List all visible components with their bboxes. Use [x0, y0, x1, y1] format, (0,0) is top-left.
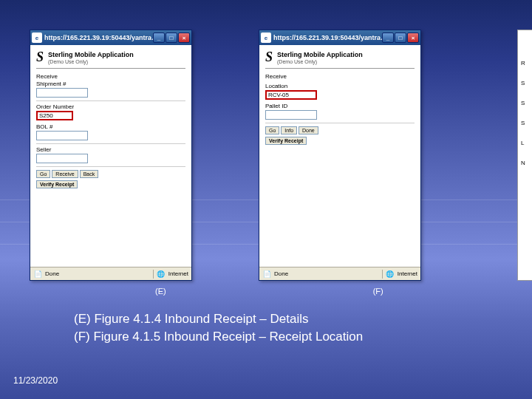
zone-text-f: Internet: [398, 270, 417, 277]
bol-input[interactable]: [36, 131, 88, 140]
maximize-button[interactable]: □: [395, 33, 406, 43]
done-button[interactable]: Done: [299, 126, 318, 134]
titlebar-text-e: https://165.221.39.19:50443/yantra…: [44, 34, 153, 41]
minimize-button[interactable]: _: [153, 33, 165, 43]
pallet-label: Pallet ID: [265, 103, 415, 109]
close-button[interactable]: ×: [178, 33, 190, 43]
shipment-input[interactable]: [36, 88, 88, 98]
pallet-input[interactable]: [265, 110, 317, 120]
status-text-f: Done: [274, 270, 379, 277]
status-text-e: Done: [45, 270, 150, 277]
go-button-f[interactable]: Go: [265, 126, 279, 134]
verify-receipt-button[interactable]: Verify Receipt: [36, 180, 78, 188]
titlebar-e: e https://165.221.39.19:50443/yantra… _ …: [30, 30, 191, 45]
receive-label-f: Receive: [265, 73, 415, 80]
verify-receipt-button-f[interactable]: Verify Receipt: [265, 137, 307, 145]
location-label: Location: [265, 83, 415, 89]
ie-icon: e: [32, 33, 42, 43]
caption-line-2: (F) Figure 4.1.5 Inbound Receipt – Recei…: [74, 328, 363, 346]
edge-letter: S: [521, 120, 531, 126]
caption-block: (E) Figure 4.1.4 Inbound Receipt – Detai…: [74, 310, 363, 346]
internet-zone-icon: 🌐: [386, 270, 395, 279]
receive-label: Receive: [36, 73, 185, 80]
done-icon: 📄: [33, 270, 42, 279]
shipment-label: Shipment #: [36, 81, 185, 87]
minimize-button[interactable]: _: [382, 33, 394, 43]
go-button[interactable]: Go: [36, 170, 50, 178]
statusbar-e: 📄 Done 🌐 Internet: [30, 267, 191, 280]
bol-label: BOL #: [36, 123, 185, 130]
figure-label-e: (E): [155, 287, 166, 296]
edge-letter: S: [521, 100, 531, 106]
zone-text-e: Internet: [168, 270, 188, 277]
ie-icon: e: [261, 33, 271, 43]
app-subtitle-f: (Demo Use Only): [277, 59, 363, 64]
edge-letter: N: [521, 160, 531, 166]
content-f: S Sterling Mobile Application (Demo Use …: [259, 45, 420, 267]
titlebar-f: e https://165.221.39.19:50443/yantra… _ …: [259, 30, 420, 45]
close-button[interactable]: ×: [407, 33, 419, 43]
seller-label: Seller: [36, 146, 185, 153]
done-icon: 📄: [262, 270, 271, 279]
order-input[interactable]: [36, 111, 73, 120]
footer-date: 11/23/2020: [13, 375, 58, 386]
edge-letter: S: [521, 80, 531, 86]
sterling-logo-icon: S: [36, 50, 44, 65]
statusbar-f: 📄 Done 🌐 Internet: [259, 267, 420, 280]
caption-line-1: (E) Figure 4.1.4 Inbound Receipt – Detai…: [74, 310, 363, 328]
order-label: Order Number: [36, 103, 185, 110]
app-title-f: Sterling Mobile Application: [277, 51, 363, 58]
figure-label-f: (F): [373, 287, 383, 296]
receive-button[interactable]: Receive: [52, 170, 78, 178]
ie-window-e: e https://165.221.39.19:50443/yantra… _ …: [30, 30, 192, 281]
edge-letter: R: [521, 60, 531, 66]
content-e: S Sterling Mobile Application (Demo Use …: [30, 45, 191, 267]
back-button[interactable]: Back: [80, 170, 99, 178]
edge-letter: L: [521, 140, 531, 146]
ie-window-f: e https://165.221.39.19:50443/yantra… _ …: [259, 30, 421, 281]
info-button[interactable]: Info: [281, 126, 297, 134]
app-title-e: Sterling Mobile Application: [48, 51, 134, 58]
app-subtitle-e: (Demo Use Only): [48, 59, 134, 64]
internet-zone-icon: 🌐: [157, 270, 166, 279]
location-input[interactable]: [265, 90, 317, 100]
titlebar-text-f: https://165.221.39.19:50443/yantra…: [273, 34, 382, 41]
maximize-button[interactable]: □: [166, 33, 177, 43]
seller-input[interactable]: [36, 154, 88, 163]
partial-window-edge: R S S S L N: [517, 30, 532, 281]
sterling-logo-icon: S: [265, 50, 273, 65]
